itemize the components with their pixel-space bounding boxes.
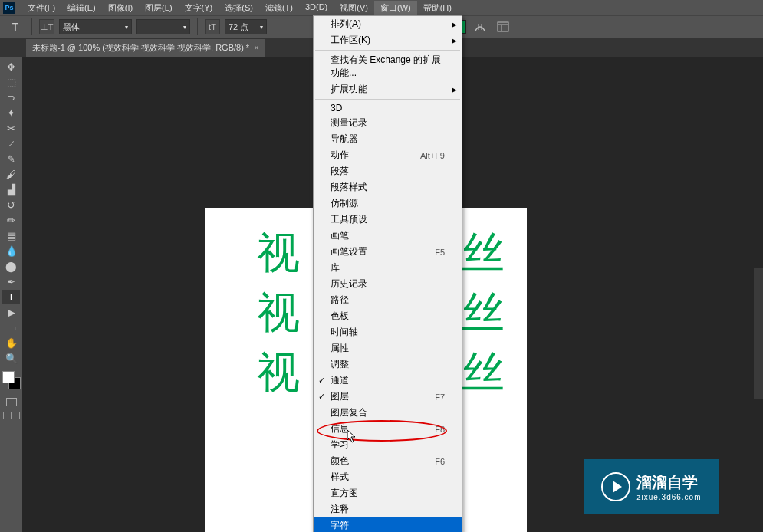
menu-dropdown-item[interactable]: 测量记录: [314, 115, 462, 131]
active-tool-indicator: T: [6, 18, 25, 36]
font-size-dropdown[interactable]: 72 点▾: [225, 19, 267, 34]
font-size-icon: tT: [205, 19, 220, 34]
menu-dropdown-item[interactable]: 段落: [314, 163, 462, 179]
menu-item-label: 通道: [331, 374, 349, 387]
menu-item[interactable]: 图层(L): [139, 1, 178, 15]
menu-dropdown-item[interactable]: 查找有关 Exchange 的扩展功能...: [314, 52, 462, 81]
lasso-tool[interactable]: ⊃: [2, 90, 20, 104]
font-family-dropdown[interactable]: 黑体▾: [59, 19, 132, 34]
type-tool[interactable]: T: [2, 290, 20, 304]
menu-shortcut: F5: [435, 248, 445, 257]
close-icon[interactable]: ×: [254, 43, 258, 52]
menu-item[interactable]: 图像(I): [102, 1, 139, 15]
menu-separator: [315, 99, 460, 100]
menu-dropdown-item[interactable]: 信息F8: [314, 421, 462, 437]
font-style-dropdown[interactable]: -▾: [136, 19, 190, 34]
menu-item[interactable]: 文件(F): [21, 1, 61, 15]
app-icon: Ps: [3, 2, 15, 14]
color-picker-widget[interactable]: [2, 371, 21, 389]
gradient-tool[interactable]: ▤: [2, 228, 20, 242]
menu-dropdown-item[interactable]: 工作区(K)▶: [314, 32, 462, 48]
canvas-text-line: 视: [257, 344, 300, 402]
quick-mask-toggle[interactable]: [4, 396, 19, 408]
watermark-subtitle: zixue.3d66.com: [636, 493, 701, 501]
menu-dropdown-item[interactable]: 颜色F6: [314, 453, 462, 469]
blur-tool[interactable]: 💧: [2, 244, 20, 258]
menu-dropdown-item[interactable]: 时间轴: [314, 324, 462, 340]
collapsed-right-panel[interactable]: [754, 268, 763, 399]
menu-item[interactable]: 选择(S): [219, 1, 259, 15]
menu-item-label: 样式: [331, 471, 349, 484]
menu-dropdown-item[interactable]: 扩展功能▶: [314, 81, 462, 97]
menu-dropdown-item[interactable]: 段落样式: [314, 179, 462, 195]
crop-tool[interactable]: ✂: [2, 121, 20, 135]
magic-wand-tool[interactable]: ✦: [2, 106, 20, 120]
menu-item-label: 注释: [331, 503, 349, 516]
menu-dropdown-item[interactable]: 画笔: [314, 228, 462, 244]
history-brush-tool[interactable]: ↺: [2, 198, 20, 212]
menu-item-label: 图层复合: [331, 406, 367, 419]
screen-mode-switcher[interactable]: [3, 412, 20, 419]
warp-text-icon[interactable]: [471, 18, 489, 36]
menu-item[interactable]: 编辑(E): [61, 1, 102, 15]
dodge-tool[interactable]: ⬤: [2, 259, 20, 273]
menu-dropdown-item[interactable]: 学习: [314, 437, 462, 453]
menu-dropdown-item[interactable]: 直方图: [314, 485, 462, 501]
menu-dropdown-item[interactable]: 样式: [314, 469, 462, 485]
menu-item-label: 属性: [331, 342, 349, 355]
hand-tool[interactable]: ✋: [2, 336, 20, 350]
menu-dropdown-item[interactable]: 库: [314, 260, 462, 276]
menu-dropdown-item[interactable]: ✓图层F7: [314, 389, 462, 405]
menu-dropdown-item[interactable]: 图层复合: [314, 405, 462, 421]
path-selection-tool[interactable]: ▶: [2, 305, 20, 319]
menu-dropdown-item[interactable]: 属性: [314, 340, 462, 356]
menu-dropdown-item[interactable]: 动作Alt+F9: [314, 147, 462, 163]
rectangle-tool[interactable]: ▭: [2, 320, 20, 334]
menu-dropdown-item[interactable]: 工具预设: [314, 212, 462, 228]
menu-dropdown-item[interactable]: 注释: [314, 501, 462, 517]
toolbox: ✥⬚⊃✦✂⟋✎🖌▟↺✏▤💧⬤✒T▶▭✋🔍: [0, 57, 22, 419]
menu-dropdown-item[interactable]: 路径: [314, 292, 462, 308]
zoom-tool[interactable]: 🔍: [2, 351, 20, 365]
menu-item[interactable]: 滤镜(T): [259, 1, 299, 15]
menu-item-label: 颜色: [331, 455, 349, 468]
menu-shortcut: Alt+F9: [420, 151, 445, 160]
healing-brush-tool[interactable]: ✎: [2, 152, 20, 166]
menu-dropdown-item[interactable]: 历史记录: [314, 276, 462, 292]
menu-item[interactable]: 3D(D): [299, 1, 334, 15]
brush-tool[interactable]: 🖌: [2, 167, 20, 181]
canvas-text-line: 丝: [462, 284, 505, 343]
menu-dropdown-item[interactable]: 画笔设置F5: [314, 244, 462, 260]
menu-item-label: 信息: [331, 422, 349, 435]
menu-dropdown-item[interactable]: ✓通道: [314, 373, 462, 389]
text-orientation-toggle[interactable]: ⊥T: [39, 19, 54, 34]
menu-dropdown-item[interactable]: 调整: [314, 356, 462, 373]
menu-dropdown-item[interactable]: 3D: [314, 101, 462, 115]
marquee-tool[interactable]: ⬚: [2, 75, 20, 89]
menu-item-label: 直方图: [331, 487, 358, 500]
watermark: 溜溜自学 zixue.3d66.com: [584, 459, 719, 514]
window-menu-dropdown: 排列(A)▶工作区(K)▶查找有关 Exchange 的扩展功能...扩展功能▶…: [313, 15, 462, 532]
menu-dropdown-item[interactable]: 导航器: [314, 131, 462, 147]
menu-dropdown-item[interactable]: 色板: [314, 308, 462, 324]
menu-item[interactable]: 帮助(H): [417, 1, 458, 15]
check-icon: ✓: [318, 392, 325, 402]
menu-dropdown-item[interactable]: 仿制源: [314, 195, 462, 212]
menu-item[interactable]: 文字(Y): [179, 1, 219, 15]
menu-item[interactable]: 视图(V): [334, 1, 374, 15]
move-tool[interactable]: ✥: [2, 60, 20, 74]
clone-stamp-tool[interactable]: ▟: [2, 182, 20, 196]
foreground-color[interactable]: [2, 371, 15, 383]
menu-separator: [315, 50, 460, 51]
menu-dropdown-item[interactable]: 字符: [314, 517, 462, 532]
pen-tool[interactable]: ✒: [2, 274, 20, 288]
watermark-title: 溜溜自学: [636, 472, 701, 493]
menu-dropdown-item[interactable]: 排列(A)▶: [314, 16, 462, 32]
eraser-tool[interactable]: ✏: [2, 213, 20, 227]
menu-item-label: 工具预设: [331, 213, 367, 226]
eyedropper-tool[interactable]: ⟋: [2, 136, 20, 150]
menu-item[interactable]: 窗口(W): [374, 1, 417, 15]
menu-item-label: 字符: [331, 519, 349, 532]
panel-toggle-icon[interactable]: [494, 18, 512, 36]
document-tab[interactable]: 未标题-1 @ 100% (视效科学 视效科学 视效科学, RGB/8) * ×: [26, 39, 265, 57]
